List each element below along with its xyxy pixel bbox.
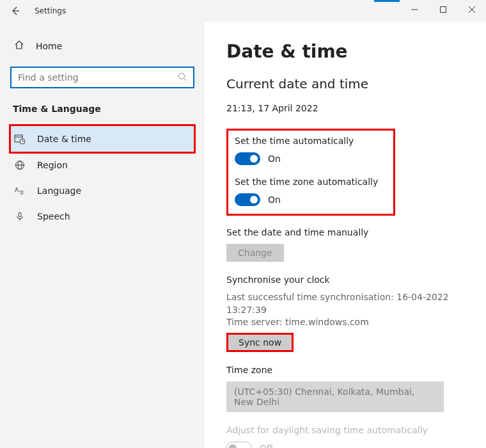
svg-rect-17 xyxy=(19,212,21,217)
search-input-container[interactable] xyxy=(10,67,194,88)
home-nav[interactable]: Home xyxy=(10,35,194,58)
nav-date-time[interactable]: Date & time xyxy=(10,125,194,152)
nav-region[interactable]: Region xyxy=(10,152,194,178)
calendar-clock-icon xyxy=(14,133,26,145)
sync-now-button[interactable]: Sync now xyxy=(228,335,292,350)
dst-state: Off xyxy=(260,443,273,448)
svg-rect-2 xyxy=(440,7,446,13)
section-current: Current date and time xyxy=(226,76,464,92)
home-icon xyxy=(14,40,24,52)
search-input[interactable] xyxy=(18,72,178,83)
timezone-select[interactable]: (UTC+05:30) Chennai, Kolkata, Mumbai, Ne… xyxy=(226,381,444,412)
search-icon xyxy=(178,72,187,84)
nav-speech[interactable]: Speech xyxy=(10,204,194,229)
dst-toggle[interactable] xyxy=(226,442,252,448)
auto-tz-toggle[interactable] xyxy=(235,193,260,206)
sidebar: Home Time & Language Date & time Region … xyxy=(0,22,205,448)
svg-point-5 xyxy=(179,73,185,79)
sync-highlight: Sync now xyxy=(226,333,294,352)
section-header: Time & Language xyxy=(10,104,194,114)
change-button[interactable]: Change xyxy=(226,244,284,262)
nav-label: Date & time xyxy=(37,134,91,144)
nav-language[interactable]: A字 Language xyxy=(10,178,194,204)
sync-server-info: Time server: time.windows.com xyxy=(226,316,464,329)
globe-icon xyxy=(14,160,26,170)
manual-label: Set the date and time manually xyxy=(226,227,464,237)
nav-label: Region xyxy=(37,160,68,170)
svg-text:A: A xyxy=(15,187,19,193)
microphone-icon xyxy=(14,211,26,221)
main-panel: Date & time Current date and time 21:13,… xyxy=(205,22,486,448)
minimize-button[interactable] xyxy=(400,0,428,19)
window-title: Settings xyxy=(35,6,66,15)
auto-tz-state: On xyxy=(268,195,281,205)
sync-last-info: Last successful time synchronisation: 16… xyxy=(226,291,464,316)
auto-settings-highlight: Set the time automatically On Set the ti… xyxy=(226,129,395,216)
svg-line-6 xyxy=(184,78,187,81)
titlebar: Settings xyxy=(0,0,486,22)
svg-text:字: 字 xyxy=(19,190,24,196)
page-title: Date & time xyxy=(226,41,464,62)
close-button[interactable] xyxy=(457,0,486,19)
tz-heading: Time zone xyxy=(226,365,464,375)
auto-time-state: On xyxy=(268,154,281,164)
nav-label: Language xyxy=(37,186,81,196)
maximize-button[interactable] xyxy=(428,0,457,19)
home-label: Home xyxy=(36,41,62,51)
auto-time-toggle[interactable] xyxy=(235,152,260,165)
auto-time-label: Set the time automatically xyxy=(235,136,387,146)
language-icon: A字 xyxy=(14,186,26,196)
current-datetime: 21:13, 17 April 2022 xyxy=(226,103,464,113)
sync-heading: Synchronise your clock xyxy=(226,275,464,285)
dst-label: Adjust for daylight saving time automati… xyxy=(226,425,464,435)
active-tab-indicator xyxy=(374,0,400,2)
nav-label: Speech xyxy=(37,211,70,221)
back-button[interactable] xyxy=(0,0,31,22)
auto-tz-label: Set the time zone automatically xyxy=(235,177,387,187)
